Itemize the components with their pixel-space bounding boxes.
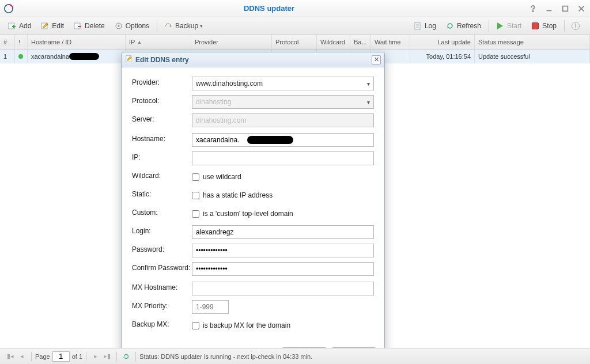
delete-label: Delete (85, 22, 105, 30)
maximize-button[interactable] (560, 3, 570, 14)
provider-select[interactable]: www.dinahosting.com▾ (192, 77, 374, 90)
backup-button[interactable]: Backup▾ (160, 19, 207, 33)
separator (86, 352, 86, 361)
backup-icon (164, 21, 173, 31)
dialog-close-button[interactable]: ✕ (372, 55, 381, 65)
help-button[interactable] (528, 3, 538, 14)
status-ok-icon (18, 54, 23, 59)
app-icon (3, 3, 14, 14)
login-input[interactable] (192, 225, 374, 239)
close-button[interactable] (576, 3, 587, 14)
hostname-input[interactable] (192, 133, 374, 147)
form-icon (125, 55, 133, 65)
start-label: Start (507, 22, 521, 30)
page-of: of 1 (72, 353, 82, 360)
col-ip[interactable]: IP▲ (126, 35, 191, 49)
play-icon (496, 21, 505, 31)
label-password: Password: (132, 244, 192, 253)
server-input (192, 113, 374, 127)
chevron-down-icon: ▾ (367, 81, 370, 87)
col-lastupdate[interactable]: Last update (410, 35, 475, 49)
delete-button[interactable]: Delete (69, 19, 109, 33)
ip-input[interactable] (192, 151, 374, 165)
separator (31, 352, 32, 361)
page-input[interactable] (52, 351, 70, 362)
redacted-icon (69, 53, 99, 60)
col-status[interactable]: Status message (475, 35, 590, 49)
edit-ddns-dialog: Edit DDNS entry ✕ Provider: www.dinahost… (121, 52, 385, 364)
stop-button[interactable]: Stop (527, 19, 561, 33)
toolbar: Add Edit Delete Options Backup▾ Log Refr… (0, 17, 590, 35)
options-icon (114, 21, 123, 31)
add-icon (7, 21, 17, 31)
add-button[interactable]: Add (3, 19, 35, 33)
separator (116, 352, 117, 361)
svg-point-1 (532, 10, 533, 11)
mxhost-input[interactable] (192, 282, 374, 295)
protocol-select: dinahosting▾ (192, 95, 374, 109)
log-label: Log (425, 22, 436, 30)
toolbar-separator (489, 20, 489, 32)
toolbar-separator (157, 20, 157, 32)
col-hostname[interactable]: Hostname / ID (28, 35, 126, 49)
col-protocol[interactable]: Protocol (272, 35, 317, 49)
page-prev-button: ◂ (17, 351, 27, 362)
backupmx-check-label: is backup MX for the domain (203, 321, 290, 329)
custom-check-label: is a 'custom' top-level domain (203, 210, 293, 218)
backupmx-checkbox[interactable]: is backup MX for the domain (192, 321, 374, 329)
separator (135, 352, 136, 361)
start-button: Start (491, 19, 525, 33)
cell-num: 1 (0, 50, 15, 63)
log-button[interactable]: Log (409, 19, 440, 33)
titlebar: DDNS updater (0, 0, 590, 17)
col-warn[interactable]: ! (15, 35, 28, 49)
refresh-icon (445, 21, 455, 31)
options-button[interactable]: Options (110, 19, 153, 33)
static-checkbox[interactable]: has a static IP address (192, 191, 374, 199)
label-mxhost: MX Hostname: (132, 282, 192, 291)
chevron-down-icon: ▾ (367, 99, 370, 105)
label-ip: IP: (132, 151, 192, 161)
window-title: DDNS updater (16, 4, 522, 13)
sort-asc-icon: ▲ (137, 39, 142, 45)
stop-icon (531, 21, 540, 31)
minimize-button[interactable] (544, 3, 554, 14)
label-static: Static: (132, 188, 192, 198)
wildcard-checkbox[interactable]: use wildcard (192, 173, 374, 181)
col-ip-label: IP (129, 39, 135, 46)
pager-refresh-button[interactable] (121, 351, 131, 362)
backup-label: Backup (175, 22, 198, 30)
col-backup[interactable]: Ba... (350, 35, 371, 49)
log-icon (413, 21, 422, 31)
delete-icon (73, 21, 82, 31)
label-backupmx: Backup MX: (132, 318, 192, 328)
statusbar: ▮◂ ◂ Page of 1 ▸ ▸▮ Status: DDNS updater… (0, 348, 590, 364)
edit-button[interactable]: Edit (36, 19, 68, 33)
col-wildcard[interactable]: Wildcard (317, 35, 350, 49)
toolbar-separator (564, 20, 565, 32)
custom-checkbox[interactable]: is a 'custom' top-level domain (192, 210, 374, 218)
edit-label: Edit (52, 22, 64, 30)
col-num[interactable]: # (0, 35, 15, 49)
col-wait[interactable]: Wait time (371, 35, 410, 49)
password-input[interactable] (192, 244, 374, 257)
label-provider: Provider: (132, 77, 192, 86)
stop-label: Stop (542, 22, 557, 30)
page-first-button: ▮◂ (5, 351, 16, 362)
provider-value: www.dinahosting.com (196, 79, 263, 88)
info-button[interactable]: i (567, 19, 587, 33)
label-wildcard: Wildcard: (132, 170, 192, 180)
col-provider[interactable]: Provider (191, 35, 272, 49)
dialog-header[interactable]: Edit DDNS entry ✕ (122, 52, 384, 67)
mxprio-input[interactable] (192, 300, 229, 314)
svg-point-13 (118, 25, 119, 26)
static-check-label: has a static IP address (203, 191, 273, 199)
cell-statusmsg: Update successful (475, 50, 590, 63)
refresh-button[interactable]: Refresh (441, 19, 485, 33)
protocol-value: dinahosting (196, 98, 231, 106)
confirm-password-input[interactable] (192, 262, 374, 276)
grid-header: # ! Hostname / ID IP▲ Provider Protocol … (0, 35, 590, 50)
label-custom: Custom: (132, 207, 192, 217)
label-protocol: Protocol: (132, 95, 192, 105)
label-confirm: Confirm Password: (132, 262, 192, 272)
